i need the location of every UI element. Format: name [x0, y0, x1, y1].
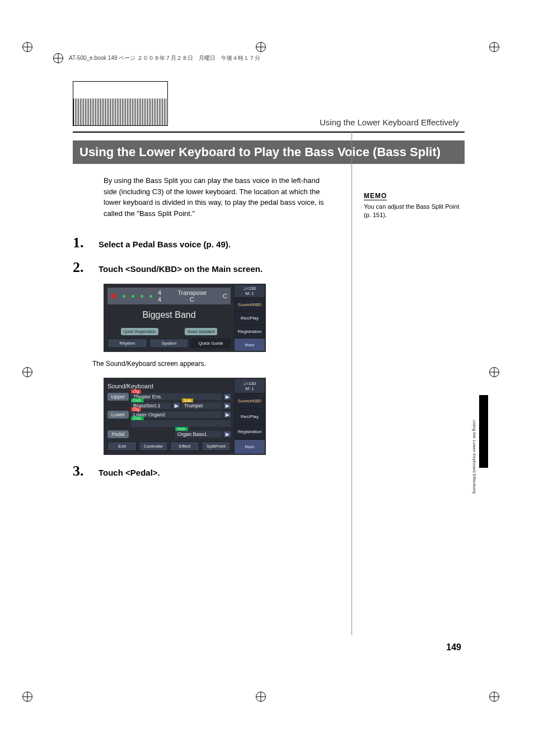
crop-mark-bl — [22, 692, 45, 714]
step-1-text: Select a Pedal Bass voice (p. 49). — [99, 240, 231, 249]
crop-mark-tl — [22, 42, 45, 64]
crop-mark-br — [489, 692, 512, 714]
crop-mark-mb — [256, 692, 278, 714]
sound-keyboard-screenshot: Sound/Keyboard Upper OrgTheater Ens. ▶ O… — [104, 378, 266, 455]
exit-btn: Exit — [107, 442, 137, 451]
sound-kbd-btn: Sound/KBD — [234, 298, 265, 311]
page-number: 149 — [446, 642, 461, 652]
key-c: C — [223, 293, 227, 299]
memo-text: You can adjust the Bass Split Point (p. … — [364, 203, 465, 220]
arrow-icon: ▶ — [224, 431, 231, 437]
music-assistant-btn: Music Assistant — [185, 328, 217, 335]
upper-label: Upper — [107, 393, 129, 401]
step-2: 2. Touch <Sound/KBD> on the Main screen. — [73, 259, 347, 276]
step-3: 3. Touch <Pedal>. — [73, 463, 347, 480]
header-reg-icon — [53, 53, 63, 63]
lower-label: Lower — [107, 411, 129, 419]
led-icon — [123, 295, 125, 298]
effect-btn: Effect — [170, 442, 199, 451]
step-1-num: 1. — [73, 234, 88, 251]
rec-play-btn: Rec/Play — [234, 311, 265, 325]
system-btn: System — [149, 339, 189, 348]
step-3-text: Touch <Pedal>. — [99, 468, 160, 477]
rec-dot-icon — [111, 294, 115, 298]
main-screen-screenshot: 4 4 Transpose C C Biggest Band Quick Reg… — [104, 284, 266, 352]
main-btn: Main — [234, 338, 265, 351]
sound-kbd-btn-2: Sound/KBD — [234, 393, 265, 408]
arrow-icon: ▶ — [173, 403, 180, 408]
crop-mark-mr — [489, 367, 512, 389]
page-header-strip: AT-500_e.book 149 ページ ２００８年７月２８日 月曜日 午後４… — [53, 53, 481, 63]
arrow-icon: ▶ — [224, 403, 231, 408]
keyboard-diagram — [73, 81, 168, 126]
lower-orch-empty: Orch. — [131, 420, 231, 427]
step-2-num: 2. — [73, 259, 88, 276]
thumb-tab — [479, 395, 488, 468]
step-2-text: Touch <Sound/KBD> on the Main screen. — [99, 264, 263, 274]
pedal-orch-slot: Orch.Organ Bass1 — [175, 431, 222, 438]
thumb-tab-text: Using the Lower Keyboard Effectively — [472, 420, 477, 494]
header-strip-text: AT-500_e.book 149 ページ ２００８年７月２８日 月曜日 午後４… — [69, 54, 260, 62]
splitpoint-btn: SplitPoint — [202, 442, 231, 451]
sk-title: Sound/Keyboard — [107, 382, 231, 393]
chapter-title: Using the Lower Keyboard Effectively — [320, 118, 465, 127]
caption-1: The Sound/Keyboard screen appears. — [92, 360, 347, 368]
pedal-label: Pedal — [107, 430, 129, 438]
transpose-label: Transpose — [167, 289, 217, 296]
quick-registration-btn: Quick Registration — [121, 328, 158, 335]
section-title: Using the Lower Keyboard to Play the Bas… — [73, 140, 465, 164]
chapter-underline — [73, 132, 465, 133]
column-divider — [352, 132, 352, 635]
intro-text: By using the Bass Split you can play the… — [104, 175, 327, 219]
main-btn-2: Main — [234, 439, 265, 454]
memo-label: MEMO — [364, 192, 387, 200]
tempo-display-2: ♩=130M: 1 — [234, 378, 265, 393]
arrow-icon: ▶ — [224, 394, 231, 400]
controller-btn: Controller — [139, 442, 168, 451]
rec-play-btn-2: Rec/Play — [234, 408, 265, 424]
rhythm-btn: Rhythm — [107, 339, 147, 348]
time-sig: 4 4 — [158, 289, 161, 303]
transpose-value: C — [167, 296, 217, 303]
step-1: 1. Select a Pedal Bass voice (p. 49). — [73, 234, 347, 251]
step-3-num: 3. — [73, 463, 88, 480]
registration-btn: Registration — [234, 325, 265, 338]
upper-org-slot: OrgTheater Ens. — [131, 393, 222, 400]
arrow-icon: ▶ — [224, 412, 231, 417]
registration-btn-2: Registration — [234, 424, 265, 439]
lower-org-slot: OrgLower Organ2 — [131, 411, 222, 418]
crop-mark-tr — [489, 42, 512, 64]
tempo-display: ♩=130M: 1 — [234, 284, 265, 298]
quick-guide-btn: Quick Guide — [191, 339, 231, 348]
upper-solo-slot: SoloTrumpet — [182, 402, 222, 409]
style-name: Biggest Band — [107, 310, 231, 320]
crop-mark-ml — [22, 367, 45, 389]
